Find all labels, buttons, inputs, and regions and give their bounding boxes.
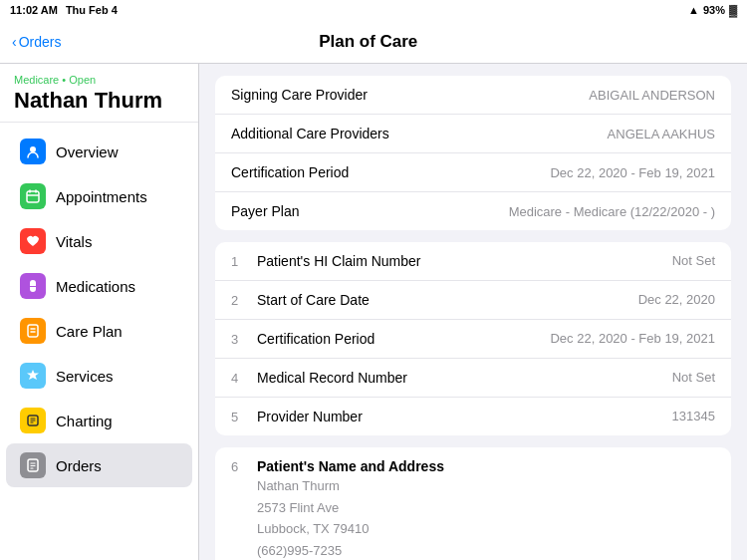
wifi-icon: ▲ — [688, 4, 699, 16]
address-row: 6 Patient's Name and Address Nathan Thur… — [215, 447, 731, 560]
cert-period-value: Dec 22, 2020 - Feb 19, 2021 — [550, 165, 715, 180]
sidebar-item-vitals[interactable]: Vitals — [6, 219, 192, 263]
address-name: Nathan Thurm — [257, 476, 715, 496]
vitals-label: Vitals — [56, 233, 92, 250]
page-title: Plan of Care — [61, 32, 675, 52]
numbered-row-4: 4 Medical Record Number Not Set — [215, 359, 731, 398]
appointments-label: Appointments — [56, 188, 147, 205]
status-bar: 11:02 AM Thu Feb 4 ▲ 93% ▓ — [0, 0, 747, 20]
payer-plan-label: Payer Plan — [231, 203, 299, 219]
address-card: 6 Patient's Name and Address Nathan Thur… — [215, 447, 731, 560]
vitals-icon — [20, 228, 46, 254]
sidebar-item-orders[interactable]: Orders — [6, 443, 192, 487]
svg-rect-4 — [28, 325, 38, 337]
careplan-icon — [20, 318, 46, 344]
svg-rect-1 — [27, 191, 39, 202]
additional-care-value: ANGELA AAKHUS — [608, 127, 715, 141]
signing-care-label: Signing Care Provider — [231, 87, 368, 103]
charting-icon — [20, 408, 46, 433]
payer-plan-value: Medicare - Medicare (12/22/2020 - ) — [509, 204, 715, 219]
main-content: Medicare • Open Nathan Thurm Overview Ap… — [0, 64, 747, 560]
back-label: Orders — [19, 34, 62, 50]
signing-care-row: Signing Care Provider ABIGAIL ANDERSON — [215, 76, 731, 115]
numbered-row-1: 1 Patient's HI Claim Number Not Set — [215, 242, 731, 281]
patient-context: Medicare • Open — [14, 74, 184, 86]
battery-level: 93% — [703, 4, 725, 16]
signing-care-value: ABIGAIL ANDERSON — [589, 88, 715, 103]
sidebar-nav: Overview Appointments Vitals Medications — [0, 123, 198, 494]
cert-period-label: Certification Period — [231, 164, 349, 180]
svg-rect-3 — [30, 286, 36, 287]
sidebar-item-overview[interactable]: Overview — [6, 130, 192, 173]
address-line2: Lubbock, TX 79410 — [257, 519, 715, 539]
numbered-row-3: 3 Certification Period Dec 22, 2020 - Fe… — [215, 320, 731, 359]
payer-plan-row: Payer Plan Medicare - Medicare (12/22/20… — [215, 192, 731, 230]
patient-name: Nathan Thurm — [14, 88, 184, 114]
address-content: Patient's Name and Address Nathan Thurm … — [257, 458, 715, 560]
address-line1: 2573 Flint Ave — [257, 498, 715, 518]
medications-icon — [20, 273, 46, 299]
services-icon — [20, 363, 46, 389]
sidebar-item-services[interactable]: Services — [6, 354, 192, 398]
back-button[interactable]: ‹ Orders — [12, 34, 61, 50]
sidebar-item-charting[interactable]: Charting — [6, 399, 192, 442]
additional-care-label: Additional Care Providers — [231, 126, 389, 141]
status-day: Thu Feb 4 — [66, 4, 118, 16]
nav-bar: ‹ Orders Plan of Care — [0, 20, 747, 64]
appointments-icon — [20, 183, 46, 209]
orders-icon — [20, 452, 46, 478]
sidebar-item-careplan[interactable]: Care Plan — [6, 309, 192, 353]
orders-label: Orders — [56, 457, 102, 474]
address-section-label: Patient's Name and Address — [257, 458, 715, 474]
additional-care-row: Additional Care Providers ANGELA AAKHUS — [215, 115, 731, 153]
detail-panel: Signing Care Provider ABIGAIL ANDERSON A… — [199, 64, 747, 560]
overview-icon — [20, 139, 46, 164]
charting-label: Charting — [56, 413, 113, 429]
top-info-card: Signing Care Provider ABIGAIL ANDERSON A… — [215, 76, 731, 230]
chevron-left-icon: ‹ — [12, 34, 17, 50]
address-phone: (662)995-7235 — [257, 541, 715, 561]
sidebar: Medicare • Open Nathan Thurm Overview Ap… — [0, 64, 199, 560]
battery-icon: ▓ — [729, 4, 737, 16]
careplan-label: Care Plan — [56, 323, 123, 340]
medications-label: Medications — [56, 278, 135, 295]
sidebar-item-medications[interactable]: Medications — [6, 264, 192, 308]
numbered-card-1-5: 1 Patient's HI Claim Number Not Set 2 St… — [215, 242, 731, 435]
status-time: 11:02 AM — [10, 4, 58, 16]
sidebar-item-appointments[interactable]: Appointments — [6, 174, 192, 218]
cert-period-row: Certification Period Dec 22, 2020 - Feb … — [215, 153, 731, 192]
services-label: Services — [56, 368, 114, 385]
numbered-row-2: 2 Start of Care Date Dec 22, 2020 — [215, 281, 731, 320]
numbered-row-5: 5 Provider Number 131345 — [215, 398, 731, 435]
svg-point-0 — [30, 146, 36, 152]
sidebar-header: Medicare • Open Nathan Thurm — [0, 64, 198, 123]
overview-label: Overview — [56, 143, 119, 160]
